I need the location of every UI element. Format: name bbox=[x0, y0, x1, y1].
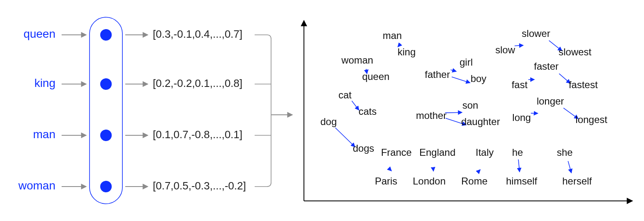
relation-arrow bbox=[352, 101, 359, 110]
plot-word: mother bbox=[416, 110, 447, 121]
relation-arrow bbox=[391, 170, 392, 171]
relation-arrow bbox=[335, 128, 355, 147]
plot-word: fastest bbox=[569, 79, 598, 90]
plot-word: Italy bbox=[476, 147, 494, 158]
relation-arrow bbox=[451, 70, 456, 71]
embedding-node bbox=[100, 29, 112, 41]
plot-word: Rome bbox=[461, 175, 488, 187]
embedding-diagram: queen [0.3,-0.1,0.4,...,0.7] king [0.2,-… bbox=[0, 0, 644, 221]
relation-arrow bbox=[568, 161, 571, 173]
relation-arrow bbox=[445, 112, 462, 113]
plot-word: dogs bbox=[353, 143, 374, 154]
input-word: king bbox=[34, 77, 55, 89]
embedding-node bbox=[100, 181, 112, 192]
plot-word: cat bbox=[338, 89, 352, 100]
plot-word: cats bbox=[359, 106, 377, 117]
plot-word: Paris bbox=[375, 175, 398, 187]
plot-word: she bbox=[557, 147, 573, 158]
vectors-to-plot-connector bbox=[255, 35, 288, 187]
plot-word: father bbox=[425, 69, 450, 80]
plot-word: he bbox=[512, 147, 523, 158]
relation-arrow bbox=[518, 159, 520, 172]
plot-word: longer bbox=[537, 96, 564, 107]
plot-word: girl bbox=[460, 57, 473, 68]
plot-word: slower bbox=[522, 28, 550, 39]
relation-arrow bbox=[515, 45, 523, 46]
plot-word: daughter bbox=[461, 116, 500, 127]
embedding-vector: [0.3,-0.1,0.4,...,0.7] bbox=[153, 28, 242, 40]
plot-word: man bbox=[383, 30, 402, 41]
plot-word: queen bbox=[362, 71, 390, 82]
relation-arrow bbox=[452, 77, 470, 82]
plot-word: slow bbox=[495, 44, 515, 55]
plot-word: boy bbox=[471, 73, 487, 84]
input-word: man bbox=[33, 128, 55, 141]
encoder-capsule bbox=[90, 17, 122, 204]
plot-word: France bbox=[381, 147, 412, 158]
embedding-vector: [0.7,0.5,-0.3,...,-0.2] bbox=[153, 180, 246, 192]
plot-word: slowest bbox=[559, 46, 591, 57]
plot-word: long bbox=[512, 112, 531, 123]
input-word: queen bbox=[23, 27, 55, 40]
embedding-scatter-plot: mankingwomanqueengirlfatherboycatcatsson… bbox=[304, 21, 632, 201]
plot-word: longest bbox=[575, 114, 607, 125]
relation-arrow bbox=[478, 170, 481, 172]
embedding-node bbox=[100, 130, 112, 141]
embedding-vector: [0.1,0.7,-0.8,...,0.1] bbox=[153, 128, 242, 141]
plot-word: fast bbox=[512, 79, 528, 90]
plot-word: king bbox=[398, 46, 416, 57]
plot-word: himself bbox=[506, 175, 537, 187]
relation-arrow bbox=[433, 168, 434, 171]
input-word: woman bbox=[18, 179, 55, 192]
embedding-node bbox=[100, 78, 112, 90]
plot-word: London bbox=[413, 175, 446, 187]
plot-word: England bbox=[419, 147, 455, 158]
plot-word: herself bbox=[562, 175, 592, 187]
plot-word: son bbox=[462, 100, 478, 111]
plot-word: faster bbox=[534, 61, 559, 72]
plot-word: woman bbox=[341, 55, 373, 66]
plot-word: dog bbox=[320, 116, 337, 127]
embedding-vector: [0.2,-0.2,0.1,...,0.8] bbox=[153, 77, 242, 89]
